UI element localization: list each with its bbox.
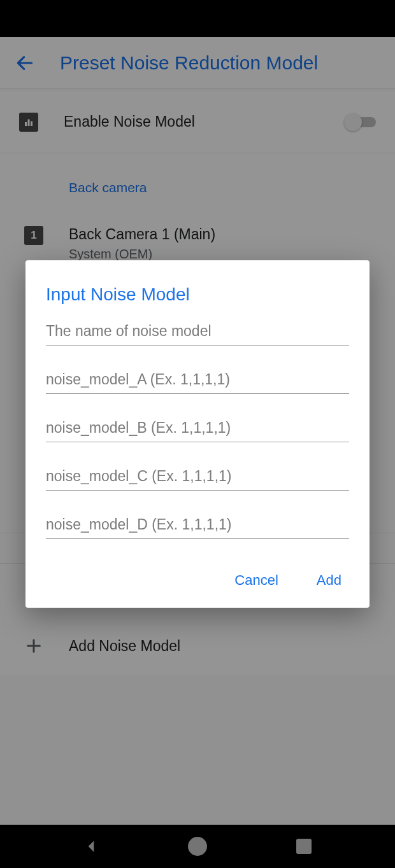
add-button[interactable]: Add (314, 567, 344, 594)
noise-model-name-input[interactable] (46, 316, 349, 346)
screen-root: Preset Noise Reduction Model Enable Nois… (0, 0, 395, 868)
dialog-title: Input Noise Model (46, 284, 349, 305)
cancel-button[interactable]: Cancel (232, 567, 280, 594)
modal-scrim[interactable]: Input Noise Model Cancel Add (0, 0, 395, 868)
noise-model-a-input[interactable] (46, 365, 349, 394)
noise-model-d-input[interactable] (46, 510, 349, 539)
noise-model-c-input[interactable] (46, 461, 349, 491)
noise-model-b-input[interactable] (46, 413, 349, 442)
input-noise-model-dialog: Input Noise Model Cancel Add (25, 260, 370, 608)
dialog-actions: Cancel Add (46, 567, 349, 594)
